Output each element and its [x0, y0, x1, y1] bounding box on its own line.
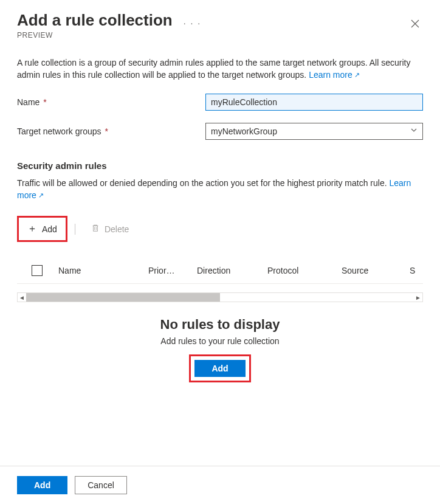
external-link-icon: ↗ [38, 191, 44, 201]
target-groups-dropdown[interactable]: myNetworkGroup [205, 123, 423, 140]
trash-icon [91, 224, 100, 234]
name-input[interactable] [205, 94, 423, 111]
toolbar-divider [75, 224, 75, 235]
delete-toolbar-label: Delete [105, 224, 129, 234]
chevron-down-icon [410, 126, 418, 136]
table-header-row: Name Prior… Direction Protocol Source S [17, 258, 423, 283]
preview-badge: PREVIEW [17, 31, 201, 40]
empty-add-highlight: Add [189, 354, 250, 382]
plus-icon: ＋ [27, 223, 37, 235]
empty-add-button[interactable]: Add [194, 360, 245, 377]
scroll-track[interactable] [26, 293, 414, 302]
select-all-checkbox[interactable] [32, 265, 43, 276]
horizontal-scrollbar[interactable]: ◄ ► [17, 292, 423, 302]
security-rules-heading: Security admin rules [17, 161, 423, 171]
target-groups-label: Target network groups * [17, 126, 205, 136]
column-direction[interactable]: Direction [197, 266, 267, 275]
empty-state-subtitle: Add rules to your rule collection [17, 336, 423, 346]
scroll-left-arrow[interactable]: ◄ [18, 293, 26, 302]
scroll-right-arrow[interactable]: ► [414, 293, 422, 302]
column-overflow[interactable]: S [410, 266, 423, 275]
column-protocol[interactable]: Protocol [267, 266, 342, 275]
target-groups-value: myNetworkGroup [211, 126, 277, 136]
learn-more-link[interactable]: Learn more↗ [309, 70, 360, 80]
column-priority[interactable]: Prior… [148, 266, 197, 275]
column-name[interactable]: Name [58, 266, 148, 275]
delete-rule-toolbar-button: Delete [83, 219, 137, 239]
page-title: Add a rule collection [17, 11, 173, 30]
security-rules-subtext: Traffic will be allowed or denied depend… [17, 177, 423, 202]
learn-more-label: Learn more [309, 70, 352, 80]
required-asterisk: * [103, 126, 108, 136]
external-link-icon: ↗ [354, 71, 360, 80]
subtext-body: Traffic will be allowed or denied depend… [17, 178, 389, 188]
target-label-text: Target network groups [17, 126, 101, 136]
cancel-button[interactable]: Cancel [75, 476, 127, 494]
add-rule-toolbar-button[interactable]: ＋ Add [17, 216, 67, 242]
name-label: Name * [17, 97, 205, 107]
add-toolbar-label: Add [42, 224, 57, 234]
add-button[interactable]: Add [17, 476, 67, 494]
empty-state-title: No rules to display [17, 317, 423, 333]
required-asterisk: * [41, 97, 46, 107]
close-icon[interactable] [407, 15, 423, 35]
description-text: A rule collection is a group of security… [17, 57, 423, 81]
scroll-thumb[interactable] [26, 293, 220, 302]
more-menu-icon[interactable]: · · · [184, 13, 201, 28]
name-label-text: Name [17, 97, 40, 107]
column-source[interactable]: Source [342, 266, 410, 275]
